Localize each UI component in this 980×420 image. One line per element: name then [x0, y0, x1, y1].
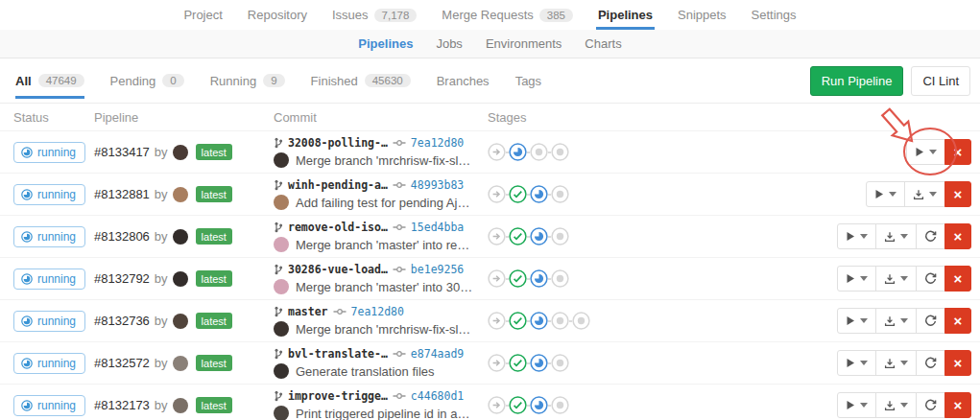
- stage-skipped-icon[interactable]: [488, 312, 506, 330]
- subnav-item-jobs[interactable]: Jobs: [436, 36, 462, 51]
- stage-running-icon[interactable]: [509, 143, 527, 161]
- stage-success-icon[interactable]: [509, 396, 527, 414]
- pipeline-link[interactable]: #8132806: [94, 229, 150, 244]
- commit-message[interactable]: Merge branch 'mrchrisw-fix-sl…: [296, 153, 470, 168]
- stage-success-icon[interactable]: [509, 227, 527, 245]
- filter-tab-all[interactable]: All47649: [15, 58, 84, 103]
- retry-button[interactable]: [916, 350, 945, 376]
- status-badge[interactable]: running: [13, 268, 85, 290]
- nav-item-merge-requests[interactable]: Merge Requests385: [442, 0, 573, 30]
- branch-link[interactable]: 30286-vue-load…: [288, 263, 388, 276]
- subnav-item-charts[interactable]: Charts: [585, 36, 621, 51]
- branch-link[interactable]: remove-old-iso…: [288, 221, 388, 234]
- status-badge[interactable]: running: [13, 395, 85, 416]
- nav-item-pipelines[interactable]: Pipelines: [598, 0, 653, 30]
- retry-button[interactable]: [916, 392, 945, 418]
- status-badge[interactable]: running: [13, 142, 85, 163]
- status-badge[interactable]: running: [13, 311, 85, 332]
- cancel-button[interactable]: ×: [944, 350, 971, 376]
- pipeline-link[interactable]: #8132572: [94, 356, 150, 370]
- filter-tab-tags[interactable]: Tags: [515, 58, 541, 103]
- retry-button[interactable]: [916, 308, 945, 334]
- stage-skipped-icon[interactable]: [488, 354, 506, 372]
- stage-created-icon[interactable]: [551, 227, 569, 245]
- run-pipeline-button[interactable]: Run Pipeline: [810, 66, 904, 96]
- download-artifacts-dropdown-button[interactable]: [875, 350, 917, 376]
- commit-message[interactable]: Merge branch 'mrchrisw-fix-sl…: [296, 322, 470, 337]
- cancel-button[interactable]: ×: [944, 181, 971, 207]
- commit-sha-link[interactable]: 48993b83: [411, 178, 464, 192]
- stage-skipped-icon[interactable]: [488, 143, 506, 161]
- commit-sha-link[interactable]: 7ea12d80: [351, 305, 404, 318]
- commit-author-avatar[interactable]: [274, 237, 289, 252]
- play-dropdown-button[interactable]: [866, 181, 905, 207]
- branch-link[interactable]: master: [288, 305, 328, 318]
- commit-author-avatar[interactable]: [274, 279, 289, 294]
- stage-created-icon[interactable]: [551, 354, 569, 372]
- download-artifacts-dropdown-button[interactable]: [875, 308, 917, 334]
- pipeline-link[interactable]: #8132792: [94, 271, 150, 286]
- play-dropdown-button[interactable]: [837, 350, 876, 376]
- nav-item-settings[interactable]: Settings: [752, 0, 797, 30]
- stage-running-icon[interactable]: [530, 269, 548, 288]
- cancel-button[interactable]: ×: [944, 308, 971, 334]
- branch-link[interactable]: winh-pending-a…: [288, 178, 388, 192]
- commit-author-avatar[interactable]: [274, 406, 289, 420]
- stage-created-icon[interactable]: [572, 312, 590, 330]
- status-badge[interactable]: running: [13, 184, 85, 205]
- nav-item-issues[interactable]: Issues7,178: [332, 0, 417, 30]
- stage-created-icon[interactable]: [551, 312, 569, 330]
- stage-skipped-icon[interactable]: [488, 269, 506, 288]
- commit-message[interactable]: Generate translation files: [296, 364, 435, 379]
- commit-author-avatar[interactable]: [274, 152, 289, 168]
- play-dropdown-button[interactable]: [837, 266, 876, 292]
- ci-lint-button[interactable]: CI Lint: [911, 66, 970, 96]
- commit-message[interactable]: Print triggered pipeline id in a…: [296, 407, 469, 420]
- stage-skipped-icon[interactable]: [488, 185, 506, 203]
- commit-sha-link[interactable]: be1e9256: [411, 263, 464, 276]
- filter-tab-pending[interactable]: Pending0: [110, 58, 184, 103]
- commit-author-avatar[interactable]: [274, 321, 289, 337]
- cancel-button[interactable]: ×: [944, 392, 971, 418]
- play-dropdown-button[interactable]: [837, 392, 876, 418]
- stage-running-icon[interactable]: [530, 396, 548, 414]
- commit-message[interactable]: Merge branch 'master' into re…: [296, 238, 469, 252]
- stage-running-icon[interactable]: [530, 227, 548, 245]
- filter-tab-finished[interactable]: Finished45630: [311, 58, 411, 103]
- commit-sha-link[interactable]: 7ea12d80: [411, 136, 464, 150]
- play-dropdown-button[interactable]: [906, 139, 945, 165]
- filter-tab-running[interactable]: Running9: [210, 58, 285, 103]
- stage-skipped-icon[interactable]: [488, 227, 506, 245]
- cancel-button[interactable]: ×: [944, 139, 971, 165]
- stage-created-icon[interactable]: [551, 269, 569, 288]
- stage-running-icon[interactable]: [530, 312, 548, 330]
- download-artifacts-dropdown-button[interactable]: [875, 392, 917, 418]
- download-artifacts-dropdown-button[interactable]: [904, 181, 945, 207]
- download-artifacts-dropdown-button[interactable]: [875, 223, 917, 249]
- avatar[interactable]: [173, 271, 188, 287]
- pipeline-link[interactable]: #8132173: [94, 398, 150, 412]
- nav-item-snippets[interactable]: Snippets: [678, 0, 727, 30]
- pipeline-link[interactable]: #8133417: [94, 145, 150, 159]
- branch-link[interactable]: improve-trigge…: [288, 389, 388, 403]
- stage-success-icon[interactable]: [509, 269, 527, 288]
- avatar[interactable]: [173, 229, 188, 245]
- avatar[interactable]: [173, 356, 188, 371]
- branch-link[interactable]: 32008-polling-…: [288, 136, 388, 150]
- branch-link[interactable]: bvl-translate-…: [288, 347, 388, 361]
- pipeline-link[interactable]: #8132881: [94, 187, 150, 201]
- stage-success-icon[interactable]: [509, 354, 527, 372]
- cancel-button[interactable]: ×: [944, 266, 971, 292]
- avatar[interactable]: [173, 187, 188, 202]
- stage-running-icon[interactable]: [530, 185, 548, 203]
- status-badge[interactable]: running: [13, 353, 85, 374]
- nav-item-repository[interactable]: Repository: [248, 0, 307, 30]
- avatar[interactable]: [173, 145, 188, 160]
- stage-success-icon[interactable]: [509, 312, 527, 330]
- download-artifacts-dropdown-button[interactable]: [875, 266, 917, 292]
- cancel-button[interactable]: ×: [944, 223, 971, 249]
- stage-running-icon[interactable]: [530, 354, 548, 372]
- filter-tab-branches[interactable]: Branches: [437, 58, 490, 103]
- status-badge[interactable]: running: [13, 226, 85, 247]
- subnav-item-pipelines[interactable]: Pipelines: [358, 36, 413, 51]
